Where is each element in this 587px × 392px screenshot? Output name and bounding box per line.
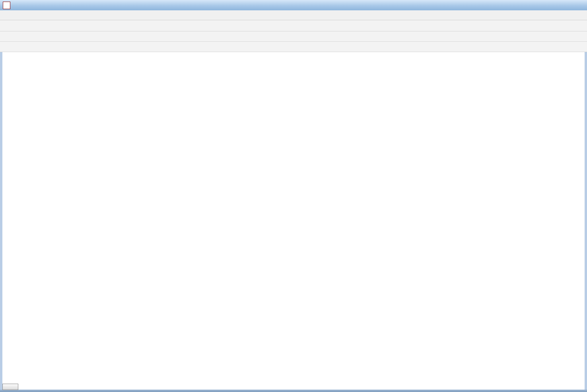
menu-bar [0, 10, 587, 20]
window-frame-bottom [0, 390, 587, 392]
toolbar-navigation [0, 31, 587, 42]
indicator-readout [25, 58, 33, 65]
window-frame-left [0, 52, 2, 392]
toolbar-drawing [0, 42, 587, 52]
menu-logo-icon [3, 12, 9, 18]
chart-background[interactable] [2, 52, 585, 390]
app-window: { "window": { "title": "赢家老子时空周期系统[纵横版] … [0, 0, 587, 392]
toolbar-main [0, 20, 587, 31]
window-frame-right [585, 52, 587, 392]
title-bar [0, 0, 587, 11]
app-logo-icon [3, 2, 10, 9]
expand-panel-button[interactable] [2, 384, 18, 390]
